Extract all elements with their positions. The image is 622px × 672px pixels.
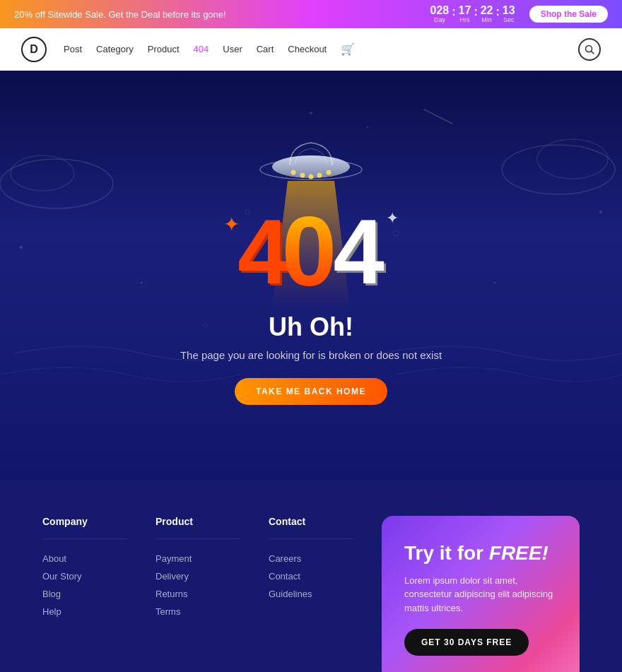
- footer-about-link[interactable]: About: [42, 553, 127, 564]
- svg-point-18: [300, 172, 305, 177]
- footer-divider-product: [156, 538, 240, 539]
- footer-contact-heading: Contact: [269, 516, 353, 527]
- 404-right-container: 4 ✦: [336, 206, 384, 297]
- svg-point-6: [20, 246, 23, 249]
- svg-point-5: [537, 139, 608, 179]
- footer: Company About Our Story Blog Help Produc…: [0, 481, 622, 672]
- footer-contact-col: Contact Careers Contact Guidelines: [269, 516, 353, 606]
- footer-company-heading: Company: [42, 516, 127, 527]
- svg-point-11: [310, 112, 312, 114]
- footer-product-col: Product Payment Delivery Returns Terms: [156, 516, 240, 624]
- ufo-svg: [254, 133, 368, 182]
- search-icon: [585, 45, 594, 54]
- footer-contact-link[interactable]: Contact: [269, 571, 353, 582]
- search-button[interactable]: [578, 38, 601, 61]
- svg-point-20: [317, 172, 322, 177]
- footer-payment-link[interactable]: Payment: [156, 553, 240, 564]
- navbar: D Post Category Product 404 User Cart Ch…: [0, 28, 622, 71]
- footer-guidelines-link[interactable]: Guidelines: [269, 589, 353, 599]
- svg-point-21: [327, 170, 331, 175]
- footer-careers-link[interactable]: Careers: [269, 553, 353, 564]
- footer-product-heading: Product: [156, 516, 240, 527]
- footer-blog-link[interactable]: Blog: [42, 589, 127, 599]
- countdown: 028 Day : 17 Hrs : 22 Min : 13 Sec: [430, 4, 515, 23]
- error-subtitle: The page you are looking for is broken o…: [180, 349, 442, 361]
- banner-text: 20% off Sitewide Sale. Get the Deal befo…: [14, 9, 226, 20]
- nav-product[interactable]: Product: [148, 44, 180, 54]
- hero-404-section: ✦ 4 0 4 ✦ Uh Oh! The page you are lookin…: [0, 71, 622, 481]
- countdown-hrs: 17 Hrs: [459, 4, 471, 23]
- free-trial-button[interactable]: GET 30 DAYS FREE: [404, 629, 529, 656]
- cart-icon[interactable]: 🛒: [341, 42, 355, 56]
- free-trial-desc: Lorem ipsum dolor sit amet, consectetur …: [404, 574, 557, 615]
- countdown-sec: 13 Sec: [503, 4, 515, 23]
- footer-help-link[interactable]: Help: [42, 606, 127, 617]
- banner-right: 028 Day : 17 Hrs : 22 Min : 13 Sec Shop …: [430, 4, 608, 23]
- svg-point-8: [367, 126, 369, 129]
- footer-divider-contact: [269, 538, 353, 539]
- svg-point-3: [11, 155, 74, 191]
- uh-oh-heading: Uh Oh!: [269, 312, 353, 342]
- svg-point-2: [0, 159, 113, 208]
- footer-divider-company: [42, 538, 127, 539]
- nav-post[interactable]: Post: [64, 44, 82, 54]
- svg-point-10: [494, 282, 496, 284]
- footer-delivery-link[interactable]: Delivery: [156, 571, 240, 582]
- nav-checkout[interactable]: Checkout: [288, 44, 327, 54]
- footer-returns-link[interactable]: Returns: [156, 589, 240, 599]
- svg-point-9: [141, 282, 143, 284]
- footer-top: Company About Our Story Blog Help Produc…: [42, 516, 580, 672]
- free-trial-title: Try it for FREE! Lorem ipsum dolor sit a…: [404, 541, 557, 629]
- countdown-min: 22 Min: [481, 4, 493, 23]
- svg-point-19: [309, 174, 314, 179]
- 404-container: ✦ 4: [237, 206, 281, 297]
- nav-links: Post Category Product 404 User Cart Chec…: [64, 42, 578, 56]
- site-logo[interactable]: D: [21, 37, 47, 62]
- star-decoration-right: ✦: [386, 209, 399, 228]
- countdown-days: 028 Day: [430, 4, 450, 23]
- svg-point-17: [291, 170, 296, 175]
- footer-ourstory-link[interactable]: Our Story: [42, 571, 127, 582]
- shop-sale-button[interactable]: Shop the Sale: [529, 6, 608, 23]
- nav-category[interactable]: Category: [96, 44, 134, 54]
- free-trial-card: Try it for FREE! Lorem ipsum dolor sit a…: [382, 516, 580, 672]
- star-decoration-left: ✦: [223, 213, 240, 236]
- footer-company-col: Company About Our Story Blog Help: [42, 516, 127, 624]
- svg-point-7: [599, 211, 602, 213]
- svg-point-4: [502, 145, 615, 194]
- svg-line-1: [592, 51, 594, 54]
- top-banner: 20% off Sitewide Sale. Get the Deal befo…: [0, 0, 622, 28]
- error-digit-0: 0: [282, 202, 337, 301]
- footer-terms-link[interactable]: Terms: [156, 606, 240, 617]
- error-404-display: ✦ 4 0 4 ✦: [237, 202, 385, 301]
- nav-user[interactable]: User: [223, 44, 242, 54]
- back-home-button[interactable]: TAKE ME BACK HOME: [235, 378, 387, 405]
- svg-point-13: [393, 230, 399, 236]
- svg-point-14: [203, 323, 207, 327]
- nav-404[interactable]: 404: [194, 44, 209, 54]
- error-digit-4-right: 4: [333, 200, 384, 303]
- nav-cart[interactable]: Cart: [257, 44, 274, 54]
